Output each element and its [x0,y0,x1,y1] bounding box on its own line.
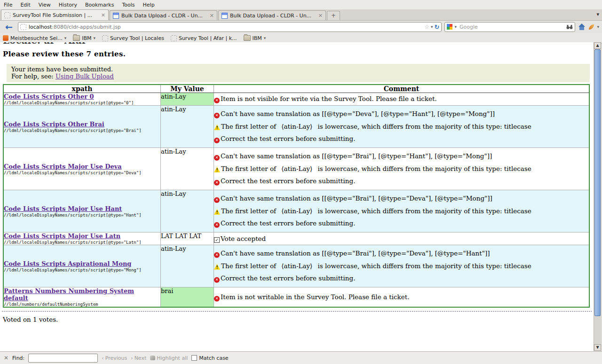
review-table: xpath My Value Comment Code Lists Script… [3,84,590,308]
value-text: brai [161,287,173,294]
xpath-cell: Code Lists Scripts Other 0 //ldml/locale… [3,93,161,106]
xpath-cell: Code Lists Scripts Major Use Latn //ldml… [3,232,161,245]
tab-bulk-upload-2[interactable]: Bulk Data Upload - CLDR - Un... ✕ [218,10,326,20]
xpath-link[interactable]: Code Lists Scripts Major Use Latn [4,232,120,240]
close-icon[interactable]: ✕ [4,355,8,361]
vertical-scrollbar[interactable]: ▲ ▼ [594,42,602,351]
tab-bulk-upload-1[interactable]: Bulk Data Upload - CLDR - Un... ✕ [110,10,217,20]
menu-help[interactable]: Help [143,2,155,8]
comment-cell: ✓Vote accepted [214,232,590,245]
table-row: Code Lists Scripts Other Brai //ldml/loc… [3,106,589,148]
error-icon: ✕ [214,138,220,143]
url-dropdown-icon[interactable]: ▾ [431,24,433,29]
url-path: :8080/cldr-apps/submit.jsp [52,24,120,30]
comment-cell: ✕Can't have same translation as [[@type=… [214,148,590,190]
xpath-link[interactable]: Code Lists Scripts Major Use Deva [4,163,122,170]
tab-title: Bulk Data Upload - CLDR - Un... [121,13,207,19]
new-tab-button[interactable]: + [327,11,340,20]
header-xpath: xpath [3,85,161,93]
search-bar[interactable]: ▾ [444,22,575,32]
tab-close-icon[interactable]: ✕ [210,13,214,19]
comment-cell: ✕Item is not writable in the Survey Tool… [214,287,590,308]
value-text: atin-Lay [161,106,186,113]
chevron-right-icon: › [131,355,133,361]
comment-item: ✕Correct the test errors before submitti… [214,219,589,228]
xpath-cell: Code Lists Scripts Aspirational Mong //l… [3,245,161,287]
toolbar-overflow-icon[interactable]: ▾ [597,24,599,29]
scroll-up-icon[interactable]: ▲ [594,42,601,49]
page-title: Please review these 7 entries. [3,50,594,58]
menu-tools[interactable]: Tools [122,2,135,8]
window-favicon [222,13,228,19]
list-all-tabs-icon[interactable]: ▾ [596,11,599,17]
xpath-link[interactable]: Code Lists Scripts Aspirational Mong [4,260,131,267]
scroll-down-icon[interactable]: ▼ [594,344,601,351]
find-next-label: Next [135,355,147,361]
home-icon[interactable] [578,23,586,31]
comment-item: !The first letter of ⟨atin-Lay⟩ is lower… [214,165,589,173]
tab-favicon-placeholder [4,12,10,18]
bookmark-star-icon[interactable]: ☆ [424,23,429,30]
xpath-path: //ldml/localeDisplayNames/scripts/script… [4,240,160,245]
warning-icon: ! [214,264,220,270]
search-engine-dropdown-icon[interactable]: ▾ [454,24,457,29]
xpath-cell: Patterns Numbers Numbering System defaul… [3,287,161,308]
tab-title: SurveyTool File Submission | ... [13,12,99,18]
xpath-link[interactable]: Code Lists Scripts Major Use Hant [4,205,122,212]
find-previous-button[interactable]: ‹ Previous [102,355,127,361]
bookmark-favicon-placeholder [171,35,177,41]
reload-icon[interactable]: ↻ [435,23,440,31]
tab-close-icon[interactable]: ✕ [101,12,105,18]
xpath-link[interactable]: Patterns Numbers Numbering System defaul… [4,287,134,302]
find-next-button[interactable]: › Next [131,355,146,361]
value-cell: atin-Lay [161,106,214,148]
vote-summary: Voted on 1 votes. [3,316,594,323]
value-cell: atin-Lay [161,245,214,287]
bookmark-label: Survey Tool | Afar | k... [179,35,237,41]
warning-icon: ! [214,209,220,215]
comment-item: ✕Can't have same translation as [[@type=… [214,152,589,161]
bookmark-favicon-placeholder [102,35,108,41]
checkbox-icon[interactable]: ✓ [214,237,220,243]
back-button[interactable]: ← [3,22,15,32]
xpath-path: //ldml/localeDisplayNames/scripts/script… [4,128,160,133]
menu-bookmarks[interactable]: Bookmarks [85,2,114,8]
using-bulk-upload-link[interactable]: Using Bulk Upload [55,73,114,80]
tab-close-icon[interactable]: ✕ [318,13,323,19]
scrollbar-thumb[interactable] [594,49,601,316]
match-case-checkbox[interactable] [191,355,197,361]
dotted-separator [2,311,592,312]
bookmark-survey-tool-afar[interactable]: Survey Tool | Afar | k... [171,35,237,41]
match-case-label: Match case [199,355,228,361]
url-text: localhost:8080/cldr-apps/submit.jsp [29,24,121,30]
quill-extension-icon[interactable] [589,24,594,30]
xpath-link[interactable]: Code Lists Scripts Other Brai [4,121,104,128]
google-logo-icon [447,24,452,30]
tab-surveytool[interactable]: SurveyTool File Submission | ... ✕ [1,9,109,20]
binoculars-icon[interactable] [566,24,573,30]
window-favicon [113,13,119,19]
xpath-link[interactable]: Code Lists Scripts Other 0 [4,93,94,100]
match-case-option[interactable]: Match case [191,355,228,361]
find-input[interactable] [28,354,98,363]
tab-strip: SurveyTool File Submission | ... ✕ Bulk … [0,9,602,21]
xpath-cell: Code Lists Scripts Major Use Deva //ldml… [3,148,161,190]
menu-view[interactable]: View [39,2,51,8]
bookmark-folder-ibm-1[interactable]: IBM ▾ [73,35,95,41]
highlight-all-button[interactable]: Highlight all [150,355,188,361]
comment-item: ✕Can't have same translation as [[@type=… [214,110,589,118]
menu-history[interactable]: History [59,2,77,8]
error-icon: ✕ [214,277,220,283]
url-bar[interactable]: localhost:8080/cldr-apps/submit.jsp ☆ ▾ … [18,22,442,32]
bookmark-folder-ibm-2[interactable]: IBM ▾ [244,35,266,41]
menu-edit[interactable]: Edit [20,2,30,8]
menu-file[interactable]: File [4,2,12,8]
search-input[interactable] [459,23,564,31]
bookmark-survey-tool-locales[interactable]: Survey Tool | Locales [102,35,164,41]
table-row: Code Lists Scripts Major Use Latn //ldml… [3,232,589,245]
value-cell: atin-Lay [161,148,214,190]
value-text: atin-Lay [161,245,186,252]
most-visited-icon [3,35,8,41]
bookmark-most-visited[interactable]: Meistbesuchte Sei... ▾ [3,35,66,41]
warning-icon: ! [214,167,220,172]
